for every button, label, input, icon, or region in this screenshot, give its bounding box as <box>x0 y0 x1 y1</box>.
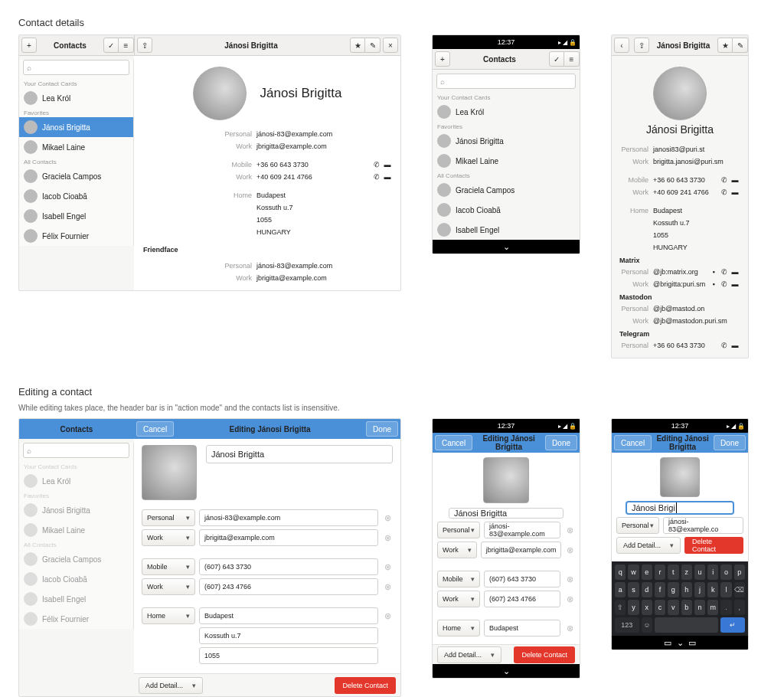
type-select[interactable]: Home <box>142 607 195 624</box>
avatar-editable[interactable] <box>660 457 700 497</box>
call-icon[interactable]: ✆ <box>371 173 382 181</box>
address-field[interactable]: 1055 <box>199 647 378 664</box>
type-select[interactable]: Work <box>437 591 480 607</box>
close-button[interactable]: × <box>383 38 398 53</box>
key-period[interactable]: . <box>720 600 731 615</box>
add-detail-button[interactable]: Add Detail... <box>139 677 203 694</box>
call-icon[interactable]: ✆ <box>719 280 730 288</box>
key-emoji[interactable]: ☺ <box>642 617 652 633</box>
phone-field[interactable]: (607) 243 4766 <box>484 591 560 607</box>
key[interactable]: l <box>720 582 731 597</box>
key[interactable]: w <box>628 564 639 580</box>
phone-field[interactable]: (607) 243 4766 <box>199 578 378 595</box>
key[interactable]: z <box>681 564 692 580</box>
search-input[interactable]: ⌕ <box>23 60 129 75</box>
search-input[interactable]: ⌕ <box>436 74 576 89</box>
cancel-button[interactable]: Cancel <box>435 435 472 450</box>
call-icon[interactable]: ✆ <box>719 268 730 276</box>
type-select[interactable]: Work <box>142 529 195 546</box>
chat-icon[interactable]: ▬ <box>382 161 393 169</box>
done-button[interactable]: Done <box>714 435 746 450</box>
delete-contact-button[interactable]: Delete Contact <box>514 646 575 663</box>
share-button[interactable]: ⇪ <box>137 38 152 53</box>
key[interactable]: x <box>642 600 652 615</box>
type-select[interactable]: Mobile <box>437 571 480 587</box>
call-icon[interactable]: ✆ <box>371 161 382 169</box>
name-field[interactable]: Jánosi Brigitta <box>206 445 393 463</box>
delete-contact-button[interactable]: Delete Contact <box>335 677 396 694</box>
key[interactable]: r <box>655 564 665 580</box>
list-item[interactable]: Iacob Cioabă <box>433 200 580 220</box>
key[interactable]: e <box>642 564 652 580</box>
key-shift[interactable]: ⇧ <box>615 600 626 615</box>
type-select[interactable]: Mobile <box>142 558 195 575</box>
address-field[interactable]: Budapest <box>484 620 560 636</box>
keyboard-hide-icon[interactable]: ▭ <box>664 638 671 648</box>
chat-icon[interactable]: ▬ <box>730 342 740 349</box>
edit-button[interactable]: ✎ <box>733 38 748 53</box>
type-select[interactable]: Home <box>437 620 480 636</box>
type-select[interactable]: Personal <box>616 517 659 534</box>
list-item[interactable]: Graciela Campos <box>19 166 133 186</box>
keyboard-icon[interactable]: ▭ <box>688 638 696 648</box>
back-button[interactable]: ‹ <box>614 38 629 53</box>
remove-icon[interactable]: ⊗ <box>382 562 393 572</box>
add-button[interactable]: + <box>435 51 450 67</box>
remove-icon[interactable]: ⊗ <box>382 513 393 523</box>
key[interactable]: n <box>694 600 705 615</box>
expand-chevron[interactable]: ⌄ <box>677 638 684 648</box>
chat-icon[interactable]: ▬ <box>730 188 740 196</box>
add-detail-button[interactable]: Add Detail... <box>616 537 681 554</box>
menu-button[interactable]: ≡ <box>119 38 134 53</box>
chat-icon[interactable]: ▬ <box>730 176 740 184</box>
email-field[interactable]: jánosi-83@example.com <box>199 509 378 526</box>
video-icon[interactable]: ▪ <box>708 268 719 276</box>
list-item[interactable]: Félix Fournier <box>19 226 133 246</box>
key[interactable]: a <box>615 582 626 597</box>
list-item[interactable]: Isabell Engel <box>19 206 133 226</box>
list-item[interactable]: Mikael Laine <box>19 137 133 157</box>
key[interactable]: s <box>628 582 639 597</box>
key[interactable]: f <box>655 582 665 597</box>
favorite-button[interactable]: ★ <box>717 38 733 53</box>
key[interactable]: y <box>628 600 639 615</box>
remove-icon[interactable]: ⊗ <box>564 574 575 584</box>
list-item[interactable]: Iacob Cioabă <box>19 186 133 206</box>
call-icon[interactable]: ✆ <box>719 188 730 196</box>
add-button[interactable]: + <box>21 38 37 53</box>
address-field[interactable]: Kossuth u.7 <box>199 627 378 644</box>
delete-contact-button[interactable]: Delete Contact <box>684 537 743 554</box>
chat-icon[interactable]: ▬ <box>730 268 740 276</box>
favorite-button[interactable]: ★ <box>350 38 365 53</box>
list-item[interactable]: Jánosi Brigitta <box>433 131 580 151</box>
key[interactable]: b <box>681 600 692 615</box>
key-comma[interactable]: , <box>734 600 745 615</box>
remove-icon[interactable]: ⊗ <box>564 594 575 604</box>
check-button[interactable]: ✓ <box>103 38 119 53</box>
email-field[interactable]: jbrigitta@example.com <box>199 529 378 546</box>
key[interactable]: g <box>668 582 678 597</box>
key[interactable]: t <box>668 564 678 580</box>
key[interactable]: u <box>694 564 705 580</box>
cancel-button[interactable]: Cancel <box>614 435 652 450</box>
list-item[interactable]: Isabell Engel <box>433 220 580 240</box>
call-icon[interactable]: ✆ <box>719 342 730 349</box>
remove-icon[interactable]: ⊗ <box>382 582 393 592</box>
type-select[interactable]: Work <box>142 578 195 595</box>
remove-icon[interactable]: ⊗ <box>382 533 393 543</box>
avatar-editable[interactable] <box>483 457 529 503</box>
key-return[interactable]: ↵ <box>720 617 745 633</box>
share-button[interactable]: ⇪ <box>634 38 649 53</box>
key[interactable]: m <box>707 600 718 615</box>
key-space[interactable] <box>655 617 719 633</box>
check-button[interactable]: ✓ <box>549 51 564 67</box>
name-field[interactable]: Jánosi Brigitta <box>449 508 564 519</box>
key[interactable]: q <box>615 564 626 580</box>
email-field[interactable]: jánosi-83@example.co <box>663 517 743 534</box>
key-backspace[interactable]: ⌫ <box>734 582 745 597</box>
done-button[interactable]: Done <box>545 435 577 450</box>
type-select[interactable]: Personal <box>142 509 195 526</box>
remove-icon[interactable]: ⊗ <box>382 611 393 621</box>
menu-button[interactable]: ≡ <box>564 51 580 67</box>
call-icon[interactable]: ✆ <box>719 176 730 184</box>
